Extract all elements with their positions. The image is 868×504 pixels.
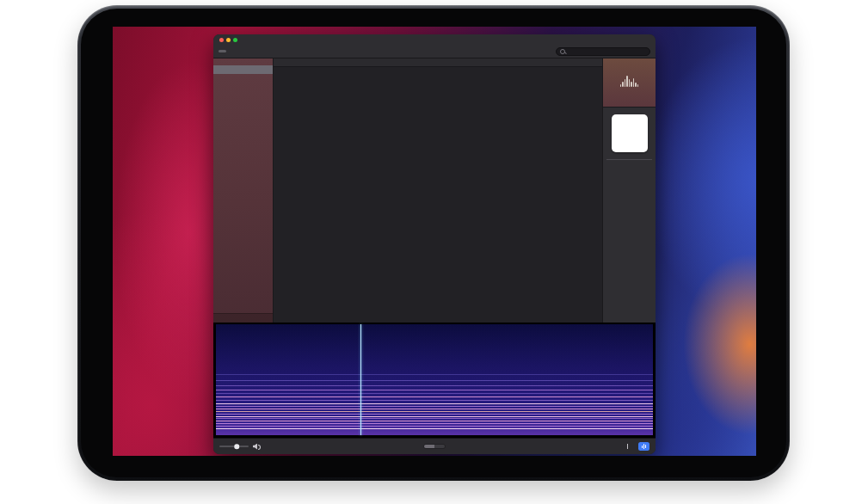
app-window [213, 34, 656, 454]
volume-slider[interactable] [219, 446, 249, 448]
laptop-screen [113, 27, 756, 456]
view-mode-segmented-control [423, 444, 446, 449]
close-button[interactable] [219, 38, 224, 42]
traffic-lights [219, 38, 237, 42]
file-table [274, 58, 602, 323]
table-header [274, 58, 602, 67]
sidebar-footer [213, 313, 273, 323]
speaker-icon[interactable] [253, 444, 261, 450]
toolbar [213, 45, 656, 58]
minimize-button[interactable] [226, 38, 231, 42]
file-preview [603, 108, 656, 152]
sidebar [213, 58, 274, 323]
table-body [274, 67, 602, 323]
spectrogram-view[interactable] [216, 324, 653, 435]
transport-controls [626, 442, 649, 451]
waveform-icon [620, 76, 639, 87]
search-icon [560, 49, 565, 54]
clear-button[interactable] [219, 50, 226, 52]
tab-spectrogram[interactable] [424, 445, 434, 448]
playhead[interactable] [360, 324, 361, 435]
window-titlebar[interactable] [213, 34, 656, 45]
spectrogram-container [213, 323, 656, 438]
page-background [0, 0, 868, 504]
content-area [213, 58, 656, 323]
inspector-category [606, 171, 652, 176]
inspector-panel [602, 58, 656, 323]
zoom-button[interactable] [233, 38, 237, 42]
sidebar-item-playground[interactable] [213, 65, 273, 74]
volume-control [219, 444, 261, 450]
drop-zone[interactable] [603, 58, 656, 108]
inspector-filename [606, 163, 652, 169]
inspector-details [606, 159, 652, 181]
skip-to-end-button[interactable] [626, 444, 628, 449]
search-input[interactable] [556, 47, 650, 56]
laptop-frame [77, 5, 790, 481]
tab-waveform[interactable] [434, 445, 445, 448]
waveform-options-button[interactable] [638, 442, 649, 451]
bottom-bar [213, 438, 656, 454]
aif-file-icon[interactable] [612, 114, 648, 152]
volume-knob[interactable] [235, 444, 240, 449]
